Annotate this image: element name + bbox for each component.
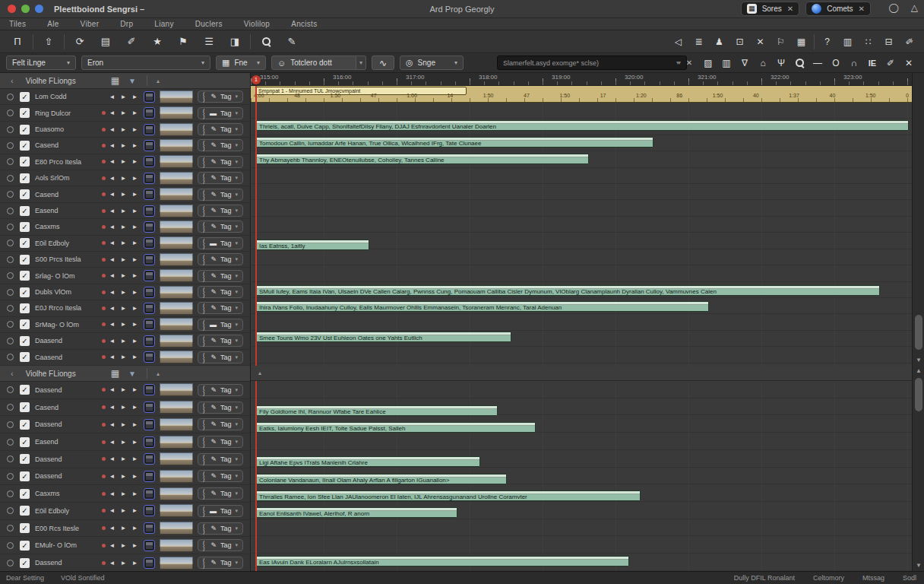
next-keyframe-icon[interactable]: ► [130, 338, 140, 344]
status-item[interactable]: Dully DFIL Ronalant [734, 574, 795, 582]
prev-keyframe-icon[interactable]: ◄ [107, 455, 117, 462]
tag-pill[interactable]: ( )✎Tag▾ [198, 302, 243, 314]
menu-item-violilop[interactable]: Violilop [233, 20, 280, 28]
play-icon[interactable]: ► [119, 142, 128, 149]
next-keyframe-icon[interactable]: ► [130, 321, 140, 328]
checkbox[interactable]: ✓ [20, 420, 30, 430]
radio-button[interactable] [7, 256, 14, 263]
wand-icon-button[interactable]: ✐ [119, 33, 144, 51]
calendar-icon-button[interactable]: ▦ [791, 33, 812, 51]
next-keyframe-icon[interactable]: ► [130, 525, 140, 532]
prev-keyframe-icon[interactable]: ◄ [107, 542, 117, 549]
brush-icon-button[interactable]: ✐ [881, 54, 900, 72]
radio-button[interactable] [7, 110, 14, 116]
timeline-clip[interactable]: Ligi Aftahe Epvs ITrats Manlenih Crlahre [256, 456, 480, 467]
prev-keyframe-icon[interactable]: ◄ [107, 110, 117, 116]
playhead[interactable]: 1 [255, 86, 257, 366]
prev-keyframe-icon[interactable]: ◄ [107, 224, 117, 230]
checkbox[interactable]: ✓ [20, 558, 30, 568]
next-keyframe-icon[interactable]: ► [130, 354, 140, 360]
thumbnail[interactable] [160, 318, 193, 331]
radio-button[interactable] [7, 158, 14, 165]
loop-icon[interactable]: ◯ [888, 2, 898, 13]
radio-button[interactable] [7, 439, 14, 446]
thumbnail[interactable] [160, 236, 193, 249]
tag-pill[interactable]: ( )✎Tag▾ [198, 90, 243, 103]
sort-caret-icon[interactable]: ▴ [157, 78, 160, 84]
frame-icon[interactable] [144, 471, 155, 482]
scroll-down-icon[interactable]: ▼ [913, 560, 924, 571]
menu-item-ale[interactable]: Ale [36, 20, 69, 28]
radio-button[interactable] [7, 507, 14, 514]
frame-icon[interactable] [144, 91, 155, 103]
checkbox[interactable]: ✓ [20, 189, 30, 199]
frame-icon[interactable] [144, 107, 155, 119]
timeline-clip[interactable]: Thrralles Ramee, Ion Sfee Llan JAUlanoom… [256, 490, 641, 501]
thumbnail[interactable] [160, 436, 193, 449]
clear-search-button[interactable]: ✕ [682, 59, 696, 67]
checkbox[interactable]: ✓ [20, 303, 30, 313]
play-icon[interactable]: ► [119, 305, 128, 312]
tab-chip[interactable]: Comets✕ [805, 2, 871, 16]
tag-pill[interactable]: ( )✎Tag▾ [198, 123, 243, 135]
chevron-pair-icon[interactable]: ▾▾ [676, 59, 679, 66]
book-icon-button[interactable]: ◨ [222, 33, 248, 51]
scrollbar-1[interactable]: ▼ [912, 73, 924, 366]
radio-button[interactable] [7, 490, 14, 497]
checkbox[interactable]: ✓ [20, 141, 30, 151]
chart-icon-button[interactable]: ▥ [717, 54, 736, 72]
search-input[interactable] [497, 56, 687, 70]
next-keyframe-icon[interactable]: ► [130, 175, 140, 182]
zoom-window-icon[interactable] [35, 5, 43, 13]
next-keyframe-icon[interactable]: ► [130, 455, 140, 462]
prev-keyframe-icon[interactable]: ◄ [107, 126, 117, 133]
frame-icon[interactable] [144, 287, 155, 298]
upload-icon-button[interactable]: ⇧ [36, 33, 62, 51]
timeline-clip[interactable]: Ihira IVans Folio, Inudaahuny Culloy, Ea… [256, 301, 709, 312]
checkbox[interactable]: ✓ [20, 108, 30, 118]
next-keyframe-icon[interactable]: ► [130, 142, 140, 149]
tag-pill[interactable]: ( )✎Tag▾ [198, 205, 243, 217]
thumbnail[interactable] [160, 155, 193, 168]
tag-pill[interactable]: ( )✎Tag▾ [198, 221, 243, 233]
frame-icon[interactable] [144, 384, 155, 395]
prev-keyframe-icon[interactable]: ◄ [107, 507, 117, 514]
close-icon[interactable]: ✕ [787, 5, 793, 13]
thumbnail[interactable] [160, 302, 193, 315]
timeline-clip[interactable]: Smee Touns Wmo 23V Ust Euhieon Oates one… [256, 332, 511, 342]
brush-icon-button[interactable]: ✐▾ [899, 33, 919, 51]
minus-icon-button[interactable]: — [808, 54, 827, 72]
thumbnail[interactable] [160, 253, 193, 266]
totclero-button[interactable]: ☺ Totclero dott [271, 56, 356, 70]
frame-icon[interactable] [144, 505, 155, 516]
checkbox[interactable]: ✓ [20, 489, 30, 499]
play-icon[interactable]: ► [119, 110, 128, 116]
play-icon[interactable]: ► [119, 404, 128, 411]
timeline-clip[interactable]: Eatks, Ialumlony Eesh IEIT, Tolte Sadue … [256, 422, 536, 433]
export-frame-icon-button[interactable]: ⊡ [729, 33, 750, 51]
prev-keyframe-icon[interactable]: ◄ [107, 525, 117, 532]
timeline-clip[interactable]: SMull Iufey, Eams Itaia IVan, Ulsaeln DV… [256, 285, 880, 296]
checkbox[interactable]: ✓ [20, 336, 30, 346]
thumbnail[interactable] [160, 383, 193, 396]
scroll-thumb[interactable] [915, 315, 922, 350]
font-size-select[interactable]: Felt iLnge ▾ [6, 56, 76, 70]
next-keyframe-icon[interactable]: ► [130, 224, 140, 230]
tag-pill[interactable]: ( )✎Tag▾ [198, 139, 243, 151]
prev-keyframe-icon[interactable]: ◄ [107, 158, 117, 165]
checkbox[interactable]: ✓ [20, 92, 30, 102]
lines-icon-button[interactable]: ≣ [688, 33, 709, 51]
frame-icon[interactable] [144, 522, 155, 534]
frame-icon[interactable] [144, 237, 155, 249]
prev-keyframe-icon[interactable]: ◄ [107, 354, 117, 360]
columns-icon-button[interactable]: ▥ [837, 33, 858, 51]
scroll-down-icon[interactable]: ▼ [913, 355, 924, 366]
thumbnail[interactable] [160, 188, 193, 201]
prev-keyframe-icon[interactable]: ◄ [107, 338, 117, 344]
next-keyframe-icon[interactable]: ► [130, 386, 140, 393]
tag-pill[interactable]: ( )✎Tag▾ [198, 436, 243, 448]
next-keyframe-icon[interactable]: ► [130, 158, 140, 165]
play-icon[interactable]: ► [119, 272, 128, 279]
thumbnail[interactable] [160, 106, 193, 119]
thumbnail[interactable] [160, 90, 193, 103]
